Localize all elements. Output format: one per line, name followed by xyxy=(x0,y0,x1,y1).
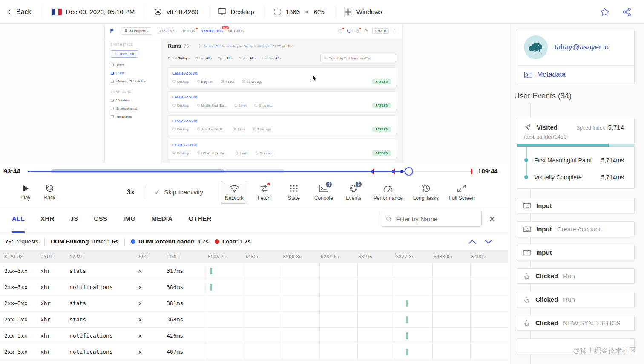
player-panel: All Projects ▾ SESSIONS ERRORS SYNTHETIC… xyxy=(0,24,508,364)
long-tasks-tool-button[interactable]: Long Tasks xyxy=(410,181,443,204)
sidebar-item-manage-schedules[interactable]: Manage Schedules xyxy=(105,77,161,85)
metadata-button[interactable]: Metadata xyxy=(517,65,634,84)
cli-link[interactable]: CLI xyxy=(216,44,221,48)
keyboard-icon xyxy=(523,249,531,256)
sidebar-item-variables[interactable]: Variables xyxy=(105,96,161,104)
user-email[interactable]: tahay@asayer.io xyxy=(555,43,609,52)
event-card-clicked[interactable]: Clicked NEW SYNTHETICS xyxy=(517,315,635,331)
jump-prev-chevron-up[interactable] xyxy=(468,239,477,245)
back-button[interactable]: Back xyxy=(0,8,42,16)
skip-inactivity-toggle[interactable]: ✓ Skip Inactivity xyxy=(155,188,203,196)
timeline-event-dot[interactable] xyxy=(392,170,395,173)
replay-filter-location[interactable]: LocationAll▾ xyxy=(262,56,282,60)
replay-filter-type[interactable]: TypeAll▾ xyxy=(218,56,233,60)
event-value: NEW SYNTHETICS xyxy=(563,319,620,326)
run-name[interactable]: Create Account xyxy=(172,119,391,123)
run-meta: Desktop US West (N. Cal... 1 min 3 hrs a… xyxy=(172,150,391,156)
network-tool-button[interactable]: Network xyxy=(221,181,247,204)
kebab-menu-icon[interactable]: ⋮ xyxy=(393,29,397,33)
network-table-row[interactable]: 2xx–3xx xhr notifications x 407ms xyxy=(0,344,508,360)
favorite-star-icon[interactable] xyxy=(600,7,610,17)
play-button[interactable]: Play xyxy=(20,184,30,201)
replayed-app-screen: All Projects ▾ SESSIONS ERRORS SYNTHETIC… xyxy=(105,24,402,163)
nav-metrics[interactable]: METRICS xyxy=(228,29,244,33)
tab-xhr[interactable]: XHR xyxy=(40,205,55,233)
sidebar-item-templates[interactable]: Templates xyxy=(105,113,161,121)
run-card[interactable]: Create Account Desktop Belgium 4 secs 27… xyxy=(168,67,396,88)
sidebar-item-tests[interactable]: Tests xyxy=(105,61,161,69)
run-card[interactable]: Create Account Desktop Asia Pacific (M..… xyxy=(168,115,396,136)
user-card: tahay@asayer.io Metadata xyxy=(517,29,635,84)
network-table-row[interactable]: 2xx–3xx xhr stats x 381ms xyxy=(0,295,508,312)
nav-synthetics[interactable]: SYNTHETICSNEW xyxy=(201,29,223,33)
network-table-row[interactable]: 2xx–3xx xhr notifications x 384ms xyxy=(0,279,508,295)
event-card-input[interactable]: Input xyxy=(517,245,635,260)
replay-filter-device[interactable]: DeviceAll▾ xyxy=(239,56,256,60)
share-icon[interactable] xyxy=(622,7,632,17)
tab-js[interactable]: JS xyxy=(70,205,78,233)
close-panel-icon[interactable]: ✕ xyxy=(489,215,496,223)
run-location: Belgium xyxy=(197,80,213,84)
speed-toggle[interactable]: 3x xyxy=(127,188,135,196)
console-tool-button[interactable]: 4 Console xyxy=(310,181,337,204)
timeline-scrubber-handle[interactable] xyxy=(405,167,413,176)
timeline-error-marker[interactable] xyxy=(471,169,472,174)
france-flag-icon xyxy=(52,9,62,15)
back-10-button[interactable]: 10 Back xyxy=(44,184,55,201)
replay-search-input[interactable] xyxy=(329,56,393,60)
alerts-icon[interactable] xyxy=(339,29,343,33)
user-menu[interactable]: KRAIEM xyxy=(372,28,389,34)
fetch-alert-dot xyxy=(267,182,270,186)
run-name[interactable]: Create Account xyxy=(172,95,391,99)
resolution: 1366 × 625 xyxy=(264,8,334,16)
row-name: stats xyxy=(65,300,134,306)
run-card[interactable]: Create Account Desktop US West (N. Cal..… xyxy=(168,139,396,160)
gear-icon[interactable]: ⚙ xyxy=(364,29,368,33)
timeline-event-dot[interactable] xyxy=(371,170,374,173)
timeline-event-dot[interactable] xyxy=(400,170,403,173)
fetch-tool-button[interactable]: Fetch xyxy=(251,181,277,204)
dcl-dot xyxy=(131,239,135,244)
divider xyxy=(124,238,125,246)
tab-media[interactable]: MEDIA xyxy=(152,205,173,233)
state-tool-button[interactable]: State xyxy=(281,181,307,204)
jump-next-chevron-down[interactable] xyxy=(484,239,493,245)
create-test-button[interactable]: + Create Test xyxy=(111,50,138,58)
tab-other[interactable]: OTHER xyxy=(188,205,211,233)
full-screen-tool-button[interactable]: Full Screen xyxy=(446,181,478,204)
search-icon xyxy=(324,56,327,60)
replay-filter-status[interactable]: StatusAll▾ xyxy=(196,56,212,60)
visited-event-card[interactable]: Visited Speed Index 5,714 /test-builder/… xyxy=(517,118,635,189)
network-stats-row: 76:requests DOM Building Time: 1.6s DOMC… xyxy=(0,233,508,250)
nav-sessions[interactable]: SESSIONS xyxy=(158,29,175,33)
event-card-clicked[interactable]: Clicked Run xyxy=(517,268,635,284)
run-name[interactable]: Create Account xyxy=(172,143,391,147)
sidebar-item-environments[interactable]: Environments xyxy=(105,104,161,113)
network-filter-input[interactable] xyxy=(396,215,477,222)
resolution-height: 625 xyxy=(314,8,325,15)
network-table-row[interactable]: 2xx–3xx xhr stats x 317ms xyxy=(0,263,508,279)
resolution-width: 1366 xyxy=(286,8,300,15)
tab-all[interactable]: ALL xyxy=(12,205,25,233)
event-card-input[interactable]: Input xyxy=(517,198,635,214)
network-filter-box[interactable] xyxy=(381,211,482,227)
tab-css[interactable]: CSS xyxy=(94,205,108,233)
nav-errors[interactable]: ERRORS xyxy=(181,29,196,33)
project-selector[interactable]: All Projects ▾ xyxy=(121,27,152,35)
tab-img[interactable]: IMG xyxy=(123,205,135,233)
run-name[interactable]: Create Account xyxy=(172,71,391,75)
events-tool-button[interactable]: 6 Events xyxy=(340,181,367,204)
event-card-clicked[interactable]: Clicked Run xyxy=(517,292,635,307)
run-card[interactable]: Create Account Desktop Middle East (Ba..… xyxy=(168,91,396,112)
network-table-row[interactable]: 2xx–3xx xhr notifications x 426ms xyxy=(0,328,508,344)
time-column-header: 5490s xyxy=(470,250,508,263)
event-label: Clicked xyxy=(535,319,558,326)
sidebar-item-runs[interactable]: Runs xyxy=(105,69,161,77)
network-table-row[interactable]: 2xx–3xx xhr stats x 368ms xyxy=(0,312,508,328)
performance-tool-button[interactable]: Performance xyxy=(370,181,406,204)
bell-icon[interactable] xyxy=(356,29,360,33)
click-hand-icon xyxy=(523,272,530,280)
replay-search-box[interactable] xyxy=(320,54,396,62)
event-card-input[interactable]: Input Create Account xyxy=(517,221,635,237)
replay-filter-period[interactable]: PeriodToday▾ xyxy=(168,56,190,60)
